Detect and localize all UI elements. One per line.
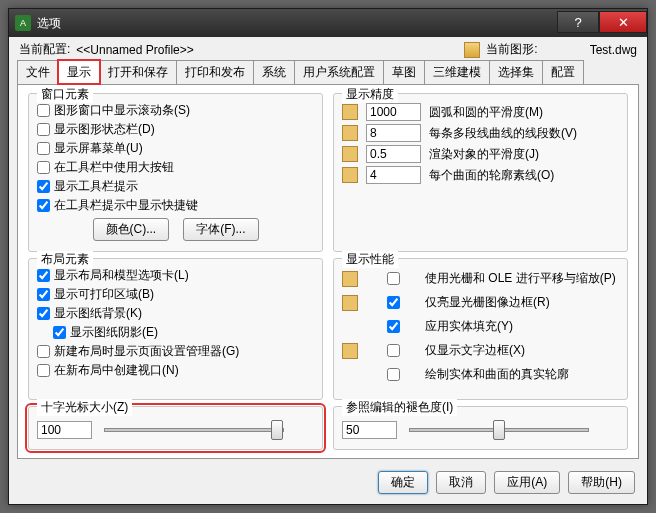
group-title: 窗口元素	[37, 86, 93, 103]
tab-open-save[interactable]: 打开和保存	[99, 60, 177, 84]
app-icon: A	[15, 15, 31, 31]
colors-button[interactable]: 颜色(C)...	[93, 218, 170, 241]
tab-3d[interactable]: 三维建模	[424, 60, 490, 84]
group-fade: 参照编辑的褪色度(I)	[333, 406, 628, 450]
chk-text-frame[interactable]	[366, 344, 421, 357]
drawing-value: Test.dwg	[590, 43, 637, 57]
tab-file[interactable]: 文件	[17, 60, 59, 84]
chk-screenmenu[interactable]	[37, 142, 50, 155]
crosshair-size-slider[interactable]	[104, 428, 284, 432]
group-layout-elements: 布局元素 显示布局和模型选项卡(L) 显示可打印区域(B) 显示图纸背景(K) …	[28, 258, 323, 399]
perf-icon	[342, 295, 358, 311]
tabstrip: 文件 显示 打开和保存 打印和发布 系统 用户系统配置 草图 三维建模 选择集 …	[17, 60, 639, 85]
chk-shortcut-tips[interactable]	[37, 199, 50, 212]
tab-system[interactable]: 系统	[253, 60, 295, 84]
titlebar: A 选项 ? ✕	[9, 9, 647, 37]
chk-paper-shadow[interactable]	[53, 326, 66, 339]
fade-slider[interactable]	[409, 428, 589, 432]
tab-print[interactable]: 打印和发布	[176, 60, 254, 84]
chk-layout-tabs[interactable]	[37, 269, 50, 282]
chk-paper-bg[interactable]	[37, 307, 50, 320]
group-performance: 显示性能 使用光栅和 OLE 进行平移与缩放(P) 仅亮显光栅图像边框(R) 应…	[333, 258, 628, 399]
profile-value: <<Unnamed Profile>>	[76, 43, 193, 57]
perf-icon	[342, 271, 358, 287]
group-resolution: 显示精度 圆弧和圆的平滑度(M) 每条多段线曲线的线段数(V) 渲染对象的平滑度…	[333, 93, 628, 252]
tab-user[interactable]: 用户系统配置	[294, 60, 384, 84]
drawing-icon	[464, 42, 480, 58]
tab-select[interactable]: 选择集	[489, 60, 543, 84]
profile-row: 当前配置: <<Unnamed Profile>> 当前图形: Test.dwg	[9, 37, 647, 60]
chk-raster-pan[interactable]	[366, 272, 421, 285]
help-button[interactable]: ?	[557, 11, 599, 33]
tab-display[interactable]: 显示	[58, 60, 100, 84]
res-icon	[342, 125, 358, 141]
drawing-label: 当前图形:	[486, 41, 537, 58]
help-button-footer[interactable]: 帮助(H)	[568, 471, 635, 494]
tab-draft[interactable]: 草图	[383, 60, 425, 84]
res-icon	[342, 104, 358, 120]
surface-contours[interactable]	[366, 166, 421, 184]
chk-solid-fill[interactable]	[366, 320, 421, 333]
res-icon	[342, 146, 358, 162]
options-dialog: A 选项 ? ✕ 当前配置: <<Unnamed Profile>> 当前图形:…	[8, 8, 648, 505]
perf-icon	[342, 343, 358, 359]
res-icon	[342, 167, 358, 183]
apply-button[interactable]: 应用(A)	[494, 471, 560, 494]
chk-statusbar[interactable]	[37, 123, 50, 136]
chk-scrollbar[interactable]	[37, 104, 50, 117]
chk-create-viewport[interactable]	[37, 364, 50, 377]
arc-smoothness[interactable]	[366, 103, 421, 121]
chk-page-setup[interactable]	[37, 345, 50, 358]
chk-tooltips[interactable]	[37, 180, 50, 193]
crosshair-size-input[interactable]	[37, 421, 92, 439]
polyline-segments[interactable]	[366, 124, 421, 142]
ok-button[interactable]: 确定	[378, 471, 428, 494]
render-smoothness[interactable]	[366, 145, 421, 163]
tab-profile[interactable]: 配置	[542, 60, 584, 84]
profile-label: 当前配置:	[19, 41, 70, 58]
group-window-elements: 窗口元素 图形窗口中显示滚动条(S) 显示图形状态栏(D) 显示屏幕菜单(U) …	[28, 93, 323, 252]
chk-raster-frame[interactable]	[366, 296, 421, 309]
chk-bigbuttons[interactable]	[37, 161, 50, 174]
footer: 确定 取消 应用(A) 帮助(H)	[9, 465, 647, 504]
cancel-button[interactable]: 取消	[436, 471, 486, 494]
chk-true-silhouette[interactable]	[366, 368, 421, 381]
window-title: 选项	[37, 15, 61, 32]
fade-input[interactable]	[342, 421, 397, 439]
close-button[interactable]: ✕	[599, 11, 647, 33]
fonts-button[interactable]: 字体(F)...	[183, 218, 258, 241]
group-crosshair: 十字光标大小(Z)	[28, 406, 323, 450]
chk-printable-area[interactable]	[37, 288, 50, 301]
